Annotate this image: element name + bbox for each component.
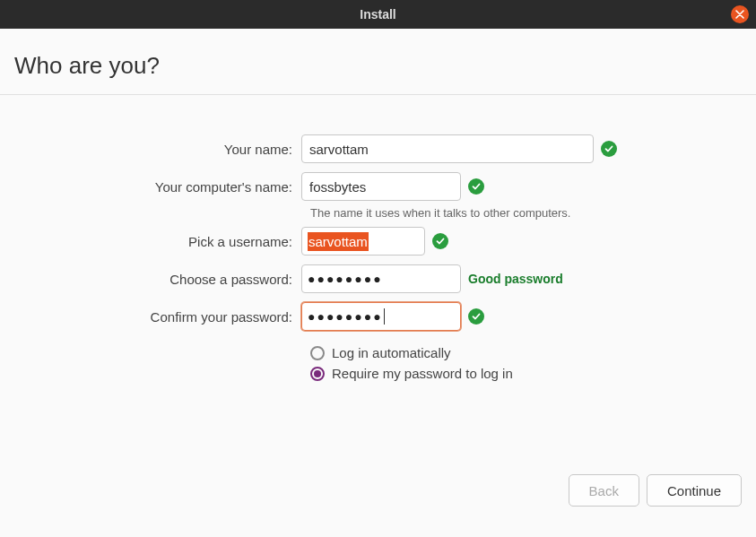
window-title: Install	[360, 7, 395, 22]
radio-require-password[interactable]: Require my password to log in	[310, 366, 742, 381]
check-icon	[432, 233, 448, 249]
check-icon	[468, 178, 484, 195]
computer-name-input[interactable]	[301, 172, 461, 201]
confirm-mask: ●●●●●●●●	[308, 309, 383, 324]
computer-name-hint: The name it uses when it talks to other …	[310, 206, 742, 220]
row-username: Pick a username: sarvottam	[14, 227, 742, 256]
radio-auto-login-label: Log in automatically	[332, 345, 451, 360]
divider	[0, 94, 756, 95]
radio-require-password-label: Require my password to log in	[332, 366, 513, 381]
titlebar: Install	[0, 0, 756, 29]
radio-auto-login[interactable]: Log in automatically	[310, 345, 742, 360]
radio-icon	[310, 367, 325, 381]
page-title: Who are you?	[14, 52, 742, 80]
label-your-name: Your name:	[14, 142, 301, 157]
label-confirm-password: Confirm your password:	[14, 309, 301, 325]
check-icon	[601, 141, 617, 157]
username-selection: sarvottam	[308, 232, 369, 251]
back-button[interactable]: Back	[569, 474, 639, 507]
row-confirm-password: Confirm your password: ●●●●●●●●	[14, 302, 742, 331]
your-name-input[interactable]	[301, 134, 594, 163]
close-icon	[735, 10, 744, 19]
row-password: Choose a password: ●●●●●●●● Good passwor…	[14, 264, 742, 293]
row-computer-name: Your computer's name:	[14, 172, 742, 201]
check-icon	[468, 308, 484, 325]
password-mask: ●●●●●●●●	[308, 272, 383, 286]
confirm-password-input[interactable]: ●●●●●●●●	[301, 302, 461, 331]
password-input[interactable]: ●●●●●●●●	[301, 264, 461, 293]
text-cursor	[384, 308, 385, 325]
label-password: Choose a password:	[14, 272, 301, 287]
continue-button[interactable]: Continue	[647, 474, 742, 507]
password-strength: Good password	[468, 272, 563, 286]
label-username: Pick a username:	[14, 234, 301, 249]
label-computer-name: Your computer's name:	[14, 179, 301, 195]
row-your-name: Your name:	[14, 134, 742, 163]
username-input[interactable]: sarvottam	[301, 227, 425, 256]
close-button[interactable]	[731, 5, 749, 23]
footer: Back Continue	[569, 474, 742, 507]
radio-icon	[310, 346, 325, 360]
